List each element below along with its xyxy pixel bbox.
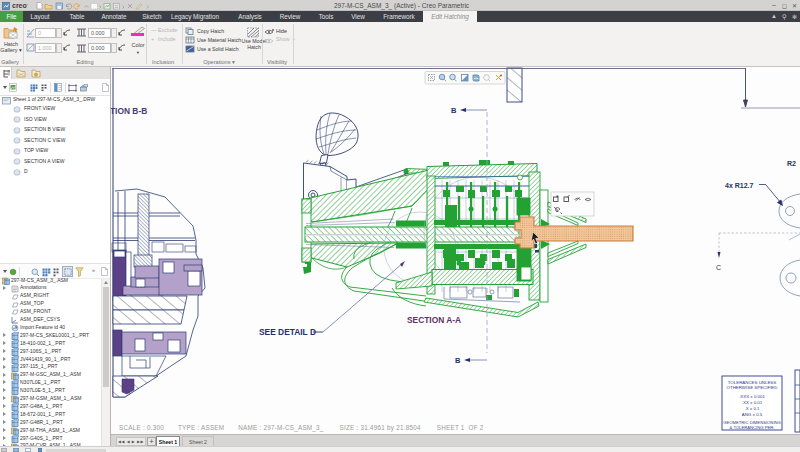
- svg-text:.XX ± 0.01: .XX ± 0.01: [742, 400, 763, 405]
- svg-text:R2: R2: [787, 160, 796, 167]
- svg-text:.X ± 0.1: .X ± 0.1: [744, 406, 760, 411]
- svg-text:ANG ± 0.5: ANG ± 0.5: [742, 412, 763, 417]
- svg-text:.XXX ± 0.001: .XXX ± 0.001: [739, 394, 765, 399]
- svg-text:& TOLERANCING PER:: & TOLERANCING PER:: [730, 425, 775, 430]
- svg-text:OTHERWISE SPECIFIED: OTHERWISE SPECIFIED: [727, 385, 778, 390]
- svg-text:B: B: [451, 106, 457, 115]
- svg-text:4x R12.7: 4x R12.7: [725, 182, 754, 189]
- svg-text:SECTION A-A: SECTION A-A: [407, 315, 461, 325]
- svg-text:B: B: [455, 356, 461, 365]
- svg-text:C: C: [716, 264, 721, 271]
- svg-text:TION B-B: TION B-B: [111, 106, 147, 116]
- svg-text:SEE DETAIL D: SEE DETAIL D: [259, 327, 316, 337]
